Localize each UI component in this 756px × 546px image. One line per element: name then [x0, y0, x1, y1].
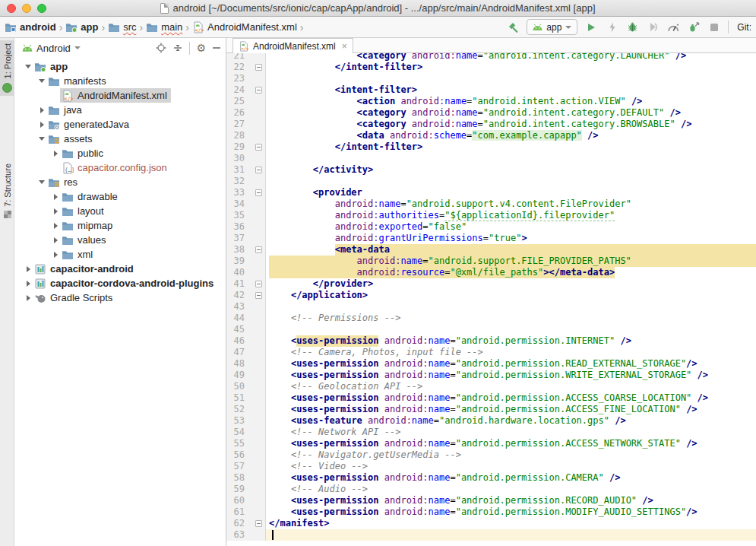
code-line[interactable]: 21 <category android:name="android.inten… — [226, 53, 756, 62]
coverage-button[interactable] — [646, 21, 660, 34]
hide-panel-button[interactable] — [212, 43, 221, 52]
run-button[interactable] — [584, 21, 598, 34]
chevron-collapsed-icon[interactable] — [54, 223, 58, 229]
instant-run-button[interactable] — [605, 21, 618, 34]
code-line[interactable]: 31 </activity> — [226, 164, 756, 176]
code-line[interactable]: 46 <uses-permission android:name="androi… — [226, 335, 756, 347]
code-line[interactable]: 49 <uses-permission android:name="androi… — [226, 370, 756, 381]
fold-collapse-icon[interactable] — [255, 167, 262, 173]
tree-item[interactable]: values — [14, 233, 226, 247]
close-window-button[interactable] — [7, 4, 16, 13]
close-tab-icon[interactable]: × — [340, 41, 347, 52]
chevron-expanded-icon[interactable] — [39, 79, 45, 83]
chevron-collapsed-icon[interactable] — [54, 237, 58, 243]
tool-button-structure[interactable]: 7: Structure — [0, 163, 14, 218]
chevron-collapsed-icon[interactable] — [40, 107, 44, 113]
tool-button-project[interactable]: 1: Project — [0, 40, 14, 96]
code-line[interactable]: 45 — [226, 324, 756, 335]
code-line[interactable]: 44 <!-- Permissions --> — [226, 313, 756, 324]
tree-item[interactable]: layout — [14, 204, 226, 218]
code-line[interactable]: 59 <!-- Audio --> — [226, 484, 756, 495]
code-line[interactable]: 63 — [226, 529, 756, 541]
code-line[interactable]: 23 — [226, 73, 756, 84]
code-line[interactable]: 25 <action android:name="android.intent.… — [226, 96, 756, 107]
tree-item[interactable]: drawable — [14, 189, 226, 204]
code-line[interactable]: 51 <uses-permission android:name="androi… — [226, 392, 756, 404]
code-line[interactable]: 47 <!-- Camera, Photos, input file --> — [226, 347, 756, 358]
code-line[interactable]: 22 </intent-filter> — [226, 62, 756, 73]
code-line[interactable]: 58 <uses-permission android:name="androi… — [226, 472, 756, 484]
tree-item[interactable]: xml — [14, 247, 226, 262]
chevron-expanded-icon[interactable] — [39, 180, 45, 184]
breadcrumb-item[interactable]: src — [108, 21, 136, 33]
code-line[interactable]: 43 — [226, 301, 756, 313]
code-line[interactable]: 54 <!-- Network API --> — [226, 427, 756, 438]
breadcrumb-item[interactable]: main — [146, 21, 182, 33]
chevron-collapsed-icon[interactable] — [54, 252, 58, 258]
code-line[interactable]: 62</manifest> — [226, 518, 756, 529]
code-line[interactable]: 61 <uses-permission android:name="androi… — [226, 506, 756, 518]
code-line[interactable]: 38 <meta-data — [226, 244, 756, 256]
tree-item[interactable]: capacitor-android — [14, 262, 226, 276]
code-line[interactable]: 34 android:name="android.support.v4.cont… — [226, 198, 756, 210]
code-line[interactable]: 33 <provider — [226, 187, 756, 198]
fold-end-icon[interactable] — [255, 520, 262, 527]
debug-button[interactable] — [625, 21, 639, 34]
fold-collapse-icon[interactable] — [255, 87, 262, 94]
tree-item[interactable]: capacitor-cordova-android-plugins — [14, 276, 226, 290]
code-line[interactable]: 55 <uses-permission android:name="androi… — [226, 438, 756, 449]
code-line[interactable]: 36 android:exported="false" — [226, 221, 756, 233]
attach-debugger-button[interactable] — [687, 21, 701, 34]
breadcrumb-item[interactable]: app — [65, 21, 98, 33]
code-line[interactable]: 56 <!-- Navigator.getUserMedia --> — [226, 449, 756, 461]
editor-tab-androidmanifest[interactable]: </> AndroidManifest.xml × — [232, 38, 353, 53]
minimize-window-button[interactable] — [22, 4, 31, 13]
stop-button[interactable] — [707, 21, 721, 34]
chevron-collapsed-icon[interactable] — [27, 295, 30, 301]
profiler-button[interactable] — [666, 21, 680, 34]
fold-collapse-icon[interactable] — [255, 292, 262, 299]
code-line[interactable]: 30 — [226, 153, 756, 164]
tree-item[interactable]: mipmap — [14, 218, 226, 233]
fold-collapse-icon[interactable] — [255, 246, 262, 253]
tree-item[interactable]: assets — [14, 132, 226, 146]
chevron-expanded-icon[interactable] — [25, 65, 31, 68]
chevron-collapsed-icon[interactable] — [27, 266, 30, 272]
tree-item[interactable]: generatedJava — [14, 117, 226, 132]
project-view-select[interactable]: Android — [36, 43, 71, 54]
collapse-all-button[interactable] — [172, 43, 183, 53]
fold-collapse-icon[interactable] — [255, 281, 262, 287]
fold-collapse-icon[interactable] — [255, 189, 262, 196]
gear-icon[interactable]: ⚙ — [196, 43, 206, 53]
code-line[interactable]: 57 <!-- Video --> — [226, 461, 756, 472]
tree-item[interactable]: res — [14, 175, 226, 189]
code-line[interactable]: 50 <!-- Geolocation API --> — [226, 381, 756, 392]
breadcrumb-item[interactable]: </>AndroidManifest.xml — [192, 21, 297, 33]
breadcrumb-item[interactable]: android — [5, 21, 56, 33]
code-line[interactable]: 37 android:grantUriPermissions="true"> — [226, 233, 756, 244]
code-line[interactable]: 41 </provider> — [226, 278, 756, 290]
tree-item[interactable]: </>AndroidManifest.xml — [14, 88, 226, 103]
chevron-collapsed-icon[interactable] — [54, 194, 58, 200]
tree-item[interactable]: {…}capacitor.config.json — [14, 160, 226, 175]
code-line[interactable]: 39 android:name="android.support.FILE_PR… — [226, 256, 756, 267]
code-line[interactable]: 29 </intent-filter> — [226, 141, 756, 153]
chevron-expanded-icon[interactable] — [39, 137, 45, 141]
code-line[interactable]: 60 <uses-permission android:name="androi… — [226, 495, 756, 506]
zoom-window-button[interactable] — [37, 4, 46, 13]
chevron-collapsed-icon[interactable] — [54, 208, 58, 214]
code-line[interactable]: 42 </application> — [226, 290, 756, 301]
code-line[interactable]: 53 <uses-feature android:name="android.h… — [226, 415, 756, 427]
make-project-button[interactable] — [506, 21, 520, 34]
code-line[interactable]: 28 <data android:scheme="com.example.cap… — [226, 130, 756, 141]
tree-item[interactable]: java — [14, 103, 226, 117]
tree-item[interactable]: public — [14, 146, 226, 160]
tree-item[interactable]: app — [14, 59, 226, 74]
code-line[interactable]: 35 android:authorities="${applicationId}… — [226, 210, 756, 221]
tree-item[interactable]: manifests — [14, 74, 226, 88]
fold-collapse-icon[interactable] — [255, 64, 262, 71]
locate-file-button[interactable] — [156, 43, 166, 53]
fold-collapse-icon[interactable] — [255, 144, 262, 151]
code-line[interactable]: 52 <uses-permission android:name="androi… — [226, 404, 756, 415]
chevron-collapsed-icon[interactable] — [27, 281, 30, 287]
